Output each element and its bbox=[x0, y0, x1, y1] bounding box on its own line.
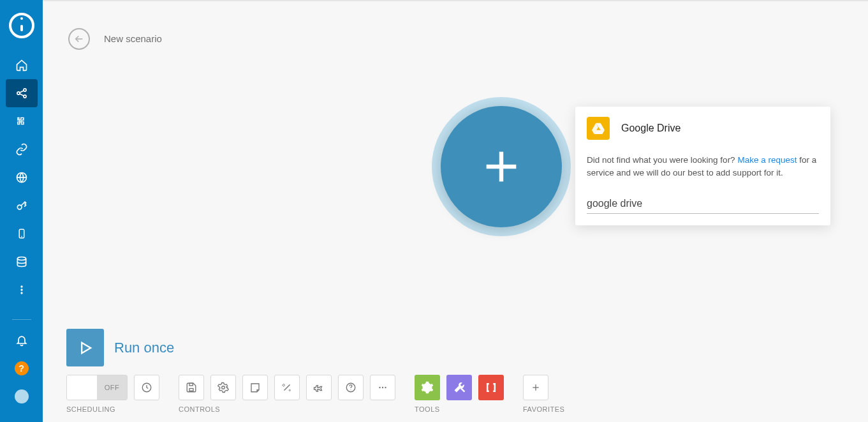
globe-icon bbox=[15, 171, 28, 184]
svg-point-12 bbox=[20, 289, 22, 290]
back-button[interactable] bbox=[68, 28, 90, 50]
svg-point-7 bbox=[17, 205, 22, 209]
svg-point-24 bbox=[222, 386, 225, 389]
auto-align-button[interactable] bbox=[274, 375, 300, 400]
link-icon bbox=[15, 143, 28, 156]
tools-toolkit-button[interactable] bbox=[446, 375, 472, 400]
svg-line-3 bbox=[19, 91, 24, 93]
favorites-label: FAVORITES bbox=[523, 405, 564, 413]
scheduling-group: OFF SCHEDULING bbox=[66, 375, 159, 413]
dots-vertical-icon bbox=[15, 283, 28, 296]
run-once-button[interactable] bbox=[66, 329, 104, 366]
svg-point-13 bbox=[20, 292, 22, 294]
more-controls-button[interactable] bbox=[370, 375, 395, 400]
tools-flow-button[interactable] bbox=[415, 375, 440, 400]
canvas: New scenario Google Drive Did not find w… bbox=[43, 0, 868, 422]
save-button[interactable] bbox=[179, 375, 204, 400]
tools-text-button[interactable] bbox=[478, 375, 504, 400]
controls-group: CONTROLS bbox=[179, 375, 395, 413]
home-icon bbox=[15, 59, 28, 72]
settings-button[interactable] bbox=[210, 375, 236, 400]
nav-datastores[interactable] bbox=[6, 248, 38, 276]
make-request-link[interactable]: Make a request bbox=[737, 155, 797, 165]
notes-button[interactable] bbox=[242, 375, 268, 400]
clock-icon bbox=[141, 382, 152, 393]
nav-connections[interactable] bbox=[6, 135, 38, 163]
arrow-left-icon bbox=[73, 33, 85, 45]
module-search-input[interactable] bbox=[587, 194, 819, 214]
nav-scenarios[interactable] bbox=[6, 79, 38, 107]
run-row: Run once bbox=[66, 329, 174, 366]
tools-group: TOOLS bbox=[415, 375, 504, 413]
svg-rect-23 bbox=[189, 383, 193, 386]
database-icon bbox=[15, 255, 28, 268]
nav-devices[interactable] bbox=[6, 220, 38, 248]
key-icon bbox=[15, 199, 28, 212]
gear-icon bbox=[217, 382, 229, 393]
search-result-label: Google Drive bbox=[621, 123, 680, 134]
svg-point-10 bbox=[17, 257, 26, 260]
play-icon bbox=[77, 339, 94, 357]
question-icon bbox=[345, 382, 357, 393]
tools-label: TOOLS bbox=[415, 405, 504, 413]
svg-point-27 bbox=[379, 387, 380, 388]
nav-webhooks[interactable] bbox=[6, 163, 38, 192]
share-icon bbox=[15, 87, 28, 100]
save-icon bbox=[186, 382, 197, 393]
page-title[interactable]: New scenario bbox=[104, 33, 162, 44]
brackets-icon bbox=[485, 381, 497, 394]
run-once-label: Run once bbox=[114, 340, 174, 356]
dots-horizontal-icon bbox=[377, 382, 388, 393]
mobile-icon bbox=[16, 227, 27, 240]
bottom-toolbar: OFF SCHEDULING bbox=[66, 375, 584, 413]
nav-more[interactable] bbox=[6, 276, 38, 304]
svg-point-29 bbox=[385, 387, 386, 388]
controls-label: CONTROLS bbox=[179, 405, 395, 413]
plus-icon bbox=[479, 144, 524, 189]
add-favorite-button[interactable] bbox=[523, 375, 548, 400]
svg-line-4 bbox=[19, 94, 24, 96]
svg-point-11 bbox=[20, 285, 22, 287]
puzzle-icon bbox=[15, 115, 28, 128]
sidebar: ? bbox=[0, 0, 43, 422]
nav-notifications[interactable] bbox=[6, 326, 38, 354]
gear-fill-icon bbox=[421, 381, 434, 394]
google-drive-icon bbox=[587, 117, 610, 140]
logo[interactable] bbox=[0, 0, 43, 51]
scheduling-label: SCHEDULING bbox=[66, 405, 159, 413]
nav-help[interactable]: ? bbox=[6, 354, 38, 382]
schedule-settings-button[interactable] bbox=[134, 375, 159, 400]
svg-point-26 bbox=[350, 389, 351, 390]
scheduling-toggle[interactable]: OFF bbox=[66, 375, 128, 400]
nav-keys[interactable] bbox=[6, 192, 38, 220]
plane-icon bbox=[313, 382, 325, 393]
svg-point-28 bbox=[382, 387, 383, 388]
bell-icon bbox=[15, 334, 28, 347]
plus-small-icon bbox=[531, 382, 541, 393]
avatar-icon bbox=[15, 389, 29, 403]
explain-flow-button[interactable] bbox=[306, 375, 332, 400]
svg-rect-22 bbox=[189, 389, 193, 391]
svg-marker-20 bbox=[82, 342, 91, 352]
search-result-google-drive[interactable]: Google Drive bbox=[575, 107, 830, 150]
wand-icon bbox=[281, 382, 293, 393]
nav-home[interactable] bbox=[6, 51, 38, 79]
toggle-off-label: OFF bbox=[97, 375, 127, 400]
svg-rect-30 bbox=[460, 388, 466, 393]
nav-templates[interactable] bbox=[6, 107, 38, 135]
wrench-icon bbox=[453, 381, 466, 394]
module-halo bbox=[432, 97, 571, 236]
help-button[interactable] bbox=[338, 375, 364, 400]
note-icon bbox=[249, 382, 261, 393]
request-service-text: Did not find what you were looking for? … bbox=[575, 150, 830, 189]
favorites-group: FAVORITES bbox=[523, 375, 564, 413]
add-module-button[interactable] bbox=[441, 106, 562, 227]
nav-profile[interactable] bbox=[6, 382, 38, 411]
module-search-popup: Google Drive Did not find what you were … bbox=[575, 107, 830, 225]
help-icon: ? bbox=[15, 361, 29, 375]
